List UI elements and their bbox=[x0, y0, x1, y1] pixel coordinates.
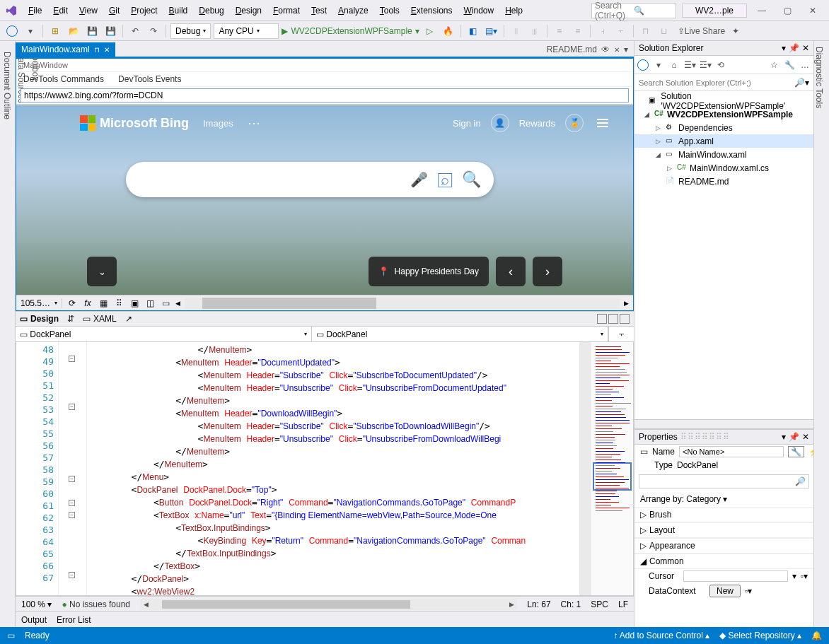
panel-close-icon[interactable]: ✕ bbox=[802, 432, 809, 442]
cat-appearance[interactable]: ▷Appearance bbox=[634, 538, 813, 554]
nav-forward-dropdown[interactable]: ▾ bbox=[23, 23, 38, 39]
panel-dropdown-icon[interactable]: ▾ bbox=[782, 432, 786, 442]
hscroll-right-icon[interactable]: ▶ bbox=[624, 300, 629, 307]
address-bar-input[interactable] bbox=[21, 88, 629, 103]
global-search-box[interactable]: Search (Ctrl+Q) 🔍 bbox=[591, 3, 676, 18]
cat-layout[interactable]: ▷Layout bbox=[634, 522, 813, 538]
fx-icon[interactable]: fx bbox=[82, 298, 93, 309]
properties-search-input[interactable]: 🔎 bbox=[639, 474, 809, 488]
design-tab[interactable]: ▭ Design bbox=[20, 314, 59, 324]
menu-test[interactable]: Test bbox=[306, 3, 332, 18]
panel-pin-icon[interactable]: 📌 bbox=[789, 432, 799, 442]
align-icon-8[interactable]: ⊔ bbox=[656, 23, 672, 39]
code-editor[interactable]: 4849505152535455565758596061626364656667… bbox=[16, 342, 634, 596]
next-image-button[interactable]: › bbox=[533, 257, 562, 286]
fwd-icon[interactable]: ▾ bbox=[653, 59, 664, 71]
expand-down-button[interactable]: ⌄ bbox=[87, 257, 117, 286]
menu-help[interactable]: Help bbox=[499, 3, 528, 18]
mic-icon[interactable]: 🎤 bbox=[410, 171, 428, 188]
refresh-icon[interactable]: ⟳ bbox=[66, 298, 78, 309]
device-icon[interactable]: ▭ bbox=[160, 298, 171, 309]
editor-zoom-dropdown[interactable]: 100 % ▾ bbox=[21, 599, 52, 609]
dependencies-node[interactable]: ▷⚙Dependencies bbox=[634, 121, 813, 134]
hscroll-left-icon[interactable]: ◀ bbox=[175, 300, 180, 307]
indent-indicator[interactable]: SPC bbox=[591, 599, 608, 609]
search-icon[interactable]: 🔍 bbox=[462, 170, 481, 189]
error-list-tab[interactable]: Error List bbox=[57, 615, 91, 625]
more-icon[interactable]: … bbox=[799, 59, 811, 71]
menu-build[interactable]: Build bbox=[163, 3, 194, 18]
solution-platform-dropdown[interactable]: Any CPU▾ bbox=[214, 23, 279, 39]
code-vscroll[interactable] bbox=[579, 342, 591, 595]
menu-design[interactable]: Design bbox=[230, 3, 267, 18]
menu-project[interactable]: Project bbox=[125, 3, 163, 18]
tab-readme-md[interactable]: README.md 👁 ✕ ▾ bbox=[541, 42, 634, 57]
align-icon-1[interactable]: ⫴ bbox=[509, 23, 524, 39]
solution-node[interactable]: ▣Solution 'WV2CDPExtensionWPFSample' bbox=[634, 94, 813, 107]
cat-brush[interactable]: ▷Brush bbox=[634, 507, 813, 522]
split-toggle-icon[interactable]: ⫟ bbox=[608, 327, 634, 341]
reset-icon[interactable]: ▫▾ bbox=[745, 586, 752, 596]
menu-extensions[interactable]: Extensions bbox=[405, 3, 458, 18]
notifications-icon[interactable]: 🔔 bbox=[811, 631, 822, 640]
menu-file[interactable]: File bbox=[23, 3, 47, 18]
properties-icon[interactable]: 🔧 bbox=[784, 59, 795, 71]
new-datacontext-button[interactable]: New bbox=[709, 585, 741, 597]
rail-diagnostic-tools[interactable]: Diagnostic Tools bbox=[814, 47, 824, 627]
readme-node[interactable]: 📄README.md bbox=[634, 175, 813, 188]
split-horizontal-icon[interactable] bbox=[608, 314, 618, 324]
menu-window[interactable]: Window bbox=[458, 3, 500, 18]
solution-tree[interactable]: ▣Solution 'WV2CDPExtensionWPFSample' ◢C#… bbox=[634, 91, 813, 191]
solution-search-input[interactable] bbox=[639, 78, 794, 87]
show-all-icon[interactable]: ☆ bbox=[768, 59, 779, 71]
close-button[interactable]: ✕ bbox=[802, 3, 823, 18]
align-icon-3[interactable]: ≡ bbox=[552, 23, 567, 39]
split-vertical-icon[interactable] bbox=[597, 314, 607, 324]
align-icon-7[interactable]: ⊓ bbox=[638, 23, 654, 39]
save-all-button[interactable]: 💾 bbox=[103, 23, 118, 39]
bing-search-box[interactable]: 🎤 ⌕⃞ 🔍 bbox=[126, 162, 494, 197]
solution-config-dropdown[interactable]: Debug▾ bbox=[170, 23, 211, 39]
home-icon[interactable]: ⌂ bbox=[668, 59, 680, 71]
menu-tools[interactable]: Tools bbox=[374, 3, 405, 18]
bing-caption-chip[interactable]: 📍 Happy Presidents Day bbox=[369, 257, 489, 286]
devtools-events-menu[interactable]: DevTools Events bbox=[118, 74, 181, 84]
bing-more-icon[interactable]: ⋯ bbox=[248, 115, 260, 131]
start-debugging-button[interactable]: ▶ WV2CDPExtensionWPFSample ▾ bbox=[282, 23, 419, 39]
split-expand-icon[interactable] bbox=[620, 314, 630, 324]
add-source-control-button[interactable]: ↑ Add to Source Control ▴ bbox=[613, 631, 709, 640]
grid-icon[interactable]: ▦ bbox=[98, 298, 109, 309]
tab-overflow-dropdown[interactable]: ▾ bbox=[624, 45, 628, 54]
reset-icon[interactable]: ▫▾ bbox=[801, 571, 808, 581]
menu-analyze[interactable]: Analyze bbox=[332, 3, 374, 18]
grid-dots-icon[interactable]: ⠿ bbox=[113, 298, 124, 309]
open-file-button[interactable]: 📂 bbox=[66, 23, 81, 39]
swap-panes-icon[interactable]: ⇵ bbox=[67, 314, 74, 324]
issues-indicator[interactable]: ● No issues found bbox=[62, 599, 130, 609]
tab-mainwindow-xaml[interactable]: MainWindow.xaml ⊓ ✕ bbox=[16, 42, 115, 57]
menu-debug[interactable]: Debug bbox=[193, 3, 229, 18]
redo-button[interactable]: ↷ bbox=[146, 23, 161, 39]
outline-strip[interactable]: − − − − − − bbox=[59, 342, 87, 595]
prop-name-input[interactable] bbox=[679, 446, 784, 457]
switch-views-icon[interactable]: ☰▾ bbox=[684, 59, 695, 71]
rail-document-outline[interactable]: Document Outline bbox=[0, 47, 14, 627]
filter-icon[interactable]: ☲▾ bbox=[700, 59, 711, 71]
designer-hscroll[interactable] bbox=[185, 298, 620, 309]
panel-pin-icon[interactable]: 📌 bbox=[789, 43, 799, 53]
bing-rewards-link[interactable]: Rewards bbox=[519, 118, 555, 129]
close-tab-icon[interactable]: ✕ bbox=[614, 46, 620, 54]
undo-button[interactable]: ↶ bbox=[127, 23, 143, 39]
popout-xaml-icon[interactable]: ↗ bbox=[125, 314, 132, 324]
mainwindow-xaml-node[interactable]: ◢▭MainWindow.xaml bbox=[634, 148, 813, 161]
menu-git[interactable]: Git bbox=[103, 3, 125, 18]
panel-dropdown-icon[interactable]: ▾ bbox=[782, 43, 786, 53]
snap-icon[interactable]: ▣ bbox=[129, 298, 140, 309]
align-icon-6[interactable]: ⫟ bbox=[613, 23, 629, 39]
code-minimap[interactable] bbox=[591, 342, 633, 595]
new-item-button[interactable]: ⊞ bbox=[47, 23, 63, 39]
menu-edit[interactable]: Edit bbox=[47, 3, 74, 18]
status-output-icon[interactable]: ▭ bbox=[7, 631, 15, 640]
xaml-tab[interactable]: ▭ XAML bbox=[83, 314, 117, 324]
back-icon[interactable] bbox=[637, 59, 649, 71]
